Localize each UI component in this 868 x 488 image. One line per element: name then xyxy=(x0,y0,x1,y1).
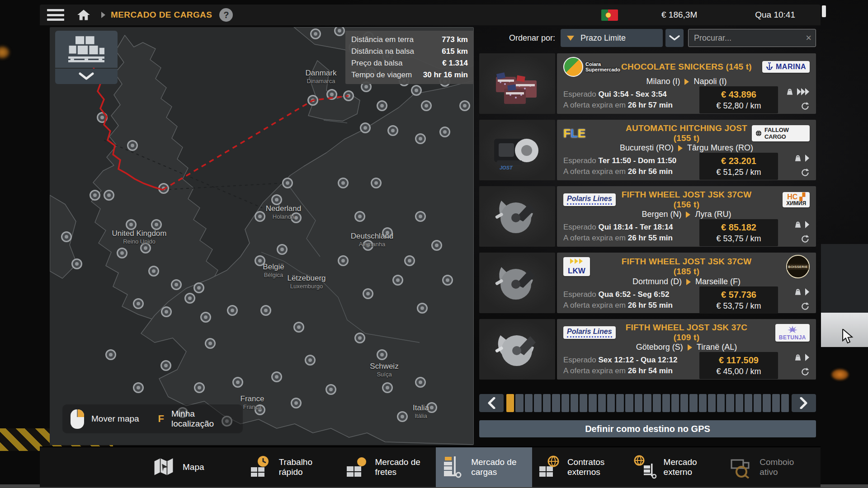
page-tick[interactable] xyxy=(754,394,761,412)
page-tick[interactable] xyxy=(525,394,533,412)
cargo-offer-card[interactable]: Polaris Lines FIFTH WHEEL JOST JSK 37C (… xyxy=(479,319,816,380)
cargo-title: FIFTH WHEEL JOST JSK 37CW (156 t) xyxy=(621,190,752,210)
shipper-logo: CoiaraSupermercado xyxy=(563,57,621,77)
offer-times: Esperado Ter 11:50 - Dom 11:50 A oferta … xyxy=(563,155,699,177)
page-tick[interactable] xyxy=(781,394,789,412)
nav-tab-mercado-externo[interactable]: Mercado externo xyxy=(628,447,725,487)
pallet-cargo-icon xyxy=(63,35,110,64)
sort-dropdown[interactable]: Prazo Limite xyxy=(561,29,663,47)
page-tick[interactable] xyxy=(726,394,734,412)
next-page-button[interactable] xyxy=(792,394,816,412)
page-tick[interactable] xyxy=(580,394,587,412)
page-tick[interactable] xyxy=(763,394,770,412)
price-per-km: € 53,75 / km xyxy=(703,233,774,244)
sort-dropdown-expand-button[interactable] xyxy=(665,29,684,47)
destination-city: Târgu Mureș (RO) xyxy=(687,143,753,153)
page-tick[interactable] xyxy=(607,394,615,412)
cargo-thumbnail xyxy=(479,53,555,114)
cargo-offer-card[interactable]: LKW FIFTH WHEEL JOST JSK 37CW (185 t) BO… xyxy=(479,253,816,313)
receiver-logo: BOISSERIE xyxy=(752,255,810,278)
top-bar: MERCADO DE CARGAS ? € 186,3M Qua 10:41 xyxy=(40,5,821,25)
urgent-delivery-icon xyxy=(796,88,810,98)
origin-city: Göteborg (S) xyxy=(636,343,683,352)
price-per-km: € 51,25 / km xyxy=(703,167,774,178)
route-info-row: Preço da balsa€ 1.314 xyxy=(345,57,474,69)
page-tick[interactable] xyxy=(552,394,560,412)
offer-expiry: 26 hr 55 min xyxy=(628,301,673,310)
garage-light-glow xyxy=(0,43,13,61)
set-gps-destination-button[interactable]: Definir como destino no GPS xyxy=(479,420,816,437)
page-tick[interactable] xyxy=(644,394,651,412)
quick-job-icon xyxy=(247,454,273,481)
collapse-map-button[interactable] xyxy=(55,69,118,84)
menu-icon[interactable] xyxy=(47,9,64,21)
price-box: € 43.896 € 52,80 / km xyxy=(699,86,778,113)
garage-orange-light xyxy=(828,367,852,382)
nav-tab-label: Mercado de cargas xyxy=(471,457,524,477)
route-info-row: Distância em terra773 km xyxy=(345,34,474,46)
cargo-offer-card[interactable]: CoiaraSupermercado CHOCOLATE SNICKERS (1… xyxy=(479,53,816,114)
page-tick[interactable] xyxy=(635,394,642,412)
cargo-offer-body: CoiaraSupermercado CHOCOLATE SNICKERS (1… xyxy=(557,53,816,114)
offer-times: Esperado Qui 3:54 - Sex 3:54 A oferta ex… xyxy=(563,89,699,111)
page-tick[interactable] xyxy=(598,394,606,412)
page-tick[interactable] xyxy=(699,394,707,412)
shipper-logo: FLE xyxy=(563,127,621,141)
offer-price: € 85.182 xyxy=(703,221,774,233)
page-tick[interactable] xyxy=(589,394,596,412)
route-arrow-icon xyxy=(684,79,689,85)
page-tick[interactable] xyxy=(571,394,578,412)
price-box: € 85.182 € 53,75 / km xyxy=(699,219,778,246)
help-button[interactable]: ? xyxy=(219,8,233,22)
nav-tab-mercado-de-fretes[interactable]: Mercado de fretes xyxy=(340,447,436,487)
nav-tab-mapa[interactable]: Mapa xyxy=(147,447,244,487)
search-input[interactable] xyxy=(688,29,816,47)
receiver-logo: MARINA xyxy=(752,61,810,73)
page-tick[interactable] xyxy=(543,394,551,412)
route-map[interactable] xyxy=(50,27,474,445)
convoy-icon xyxy=(728,454,753,481)
expected-window: Qua 6:52 - Seg 6:52 xyxy=(599,290,670,299)
nav-tab-trabalho-r-pido[interactable]: Trabalho rápido xyxy=(244,447,340,487)
nav-tab-contratos-externos[interactable]: Contratos externos xyxy=(532,447,628,487)
cargo-offer-card[interactable]: JOST FLE AUTOMATIC HITCHING JOST (155 t)… xyxy=(479,120,816,180)
page-tick[interactable] xyxy=(680,394,688,412)
page-tick[interactable] xyxy=(653,394,660,412)
delivery-speed-icon xyxy=(804,154,810,164)
page-tick[interactable] xyxy=(708,394,716,412)
cargo-thumbnail xyxy=(479,186,555,247)
expected-window: Qui 3:54 - Sex 3:54 xyxy=(599,90,667,99)
nav-tab-mercado-de-cargas[interactable]: Mercado de cargas xyxy=(436,447,532,487)
cargo-offer-card[interactable]: Polaris Lines FIFTH WHEEL JOST JSK 37CW … xyxy=(479,186,816,247)
page-tick[interactable] xyxy=(561,394,569,412)
garage-machinery xyxy=(821,244,868,313)
my-location-label[interactable]: Minha localização xyxy=(171,409,231,429)
cargo-view-button[interactable] xyxy=(55,31,118,68)
top-bar-status: € 186,3M Qua 10:41 xyxy=(601,9,795,21)
clear-search-icon[interactable]: × xyxy=(806,32,811,44)
page-tick[interactable] xyxy=(616,394,624,412)
home-button[interactable] xyxy=(76,8,91,22)
route-arrow-icon xyxy=(686,279,691,285)
receiver-logo: FALLOW CARGO xyxy=(752,125,810,141)
page-tick[interactable] xyxy=(745,394,752,412)
page-tick[interactable] xyxy=(736,394,743,412)
cargo-title: CHOCOLATE SNICKERS (145 t) xyxy=(621,62,752,72)
page-tick[interactable] xyxy=(534,394,542,412)
prev-page-button[interactable] xyxy=(479,394,504,412)
page-tick[interactable] xyxy=(515,394,523,412)
route-arrow-icon xyxy=(678,145,683,151)
receiver-logo: BETUNJA xyxy=(752,324,810,342)
price-box: € 117.509 € 45,00 / km xyxy=(699,352,778,379)
page-tick[interactable] xyxy=(689,394,697,412)
cargo-weight-icon xyxy=(793,353,802,364)
scrollbar-thumb[interactable] xyxy=(822,5,826,17)
page-tick[interactable] xyxy=(625,394,633,412)
page-tick[interactable] xyxy=(662,394,670,412)
sort-by-label: Ordenar por: xyxy=(479,33,555,43)
page-tick[interactable] xyxy=(717,394,725,412)
page-tick-active[interactable] xyxy=(506,394,514,412)
page-tick[interactable] xyxy=(671,394,679,412)
page-tick[interactable] xyxy=(772,394,780,412)
route-arrow-icon xyxy=(688,344,692,351)
